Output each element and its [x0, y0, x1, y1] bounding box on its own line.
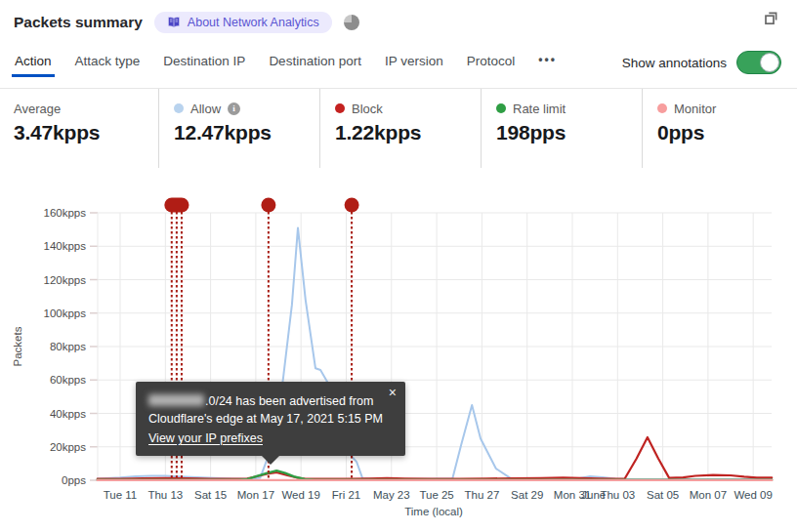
svg-text:Thu 13: Thu 13	[147, 489, 183, 501]
stat-allow: Allow i 12.47kpps	[158, 89, 319, 168]
svg-text:Mon 07: Mon 07	[690, 489, 727, 501]
stat-label: Monitor	[674, 102, 716, 116]
stat-label: Rate limit	[513, 102, 566, 116]
svg-text:0pps: 0pps	[62, 474, 86, 486]
svg-text:Wed 09: Wed 09	[734, 489, 772, 501]
tooltip-caret	[261, 455, 280, 465]
stat-value: 1.22kpps	[335, 121, 481, 144]
view-ip-prefixes-link[interactable]: View your IP prefixes	[148, 430, 263, 447]
monitor-series-dot	[657, 103, 667, 113]
svg-text:Sat 15: Sat 15	[194, 489, 227, 501]
stat-value: 0pps	[657, 121, 716, 144]
page-title: Packets summary	[14, 14, 143, 31]
stats-row: Average 3.47kpps Allow i 12.47kpps Block…	[0, 88, 797, 168]
svg-text:Wed 19: Wed 19	[281, 489, 319, 501]
popout-button[interactable]	[763, 10, 779, 29]
network-analytics-panel: Packets summary About Network Analytics …	[0, 0, 797, 532]
stat-value: 12.47kpps	[174, 121, 319, 144]
book-icon	[167, 17, 181, 28]
stat-label: Block	[352, 102, 383, 116]
svg-text:Tue 11: Tue 11	[104, 489, 138, 501]
stat-average: Average 3.47kpps	[14, 89, 158, 168]
svg-text:Thu 27: Thu 27	[464, 489, 499, 501]
dimension-tabs: Action Attack type Destination IP Destin…	[14, 53, 558, 77]
tooltip-close-button[interactable]: ×	[389, 386, 397, 399]
svg-text:160kpps: 160kpps	[44, 207, 87, 219]
tooltip-text: .0/24 has been advertised from Cloudflar…	[148, 392, 393, 428]
pie-chart-icon	[344, 15, 359, 30]
show-annotations-label: Show annotations	[622, 56, 727, 70]
tab-destination-ip[interactable]: Destination IP	[162, 54, 246, 77]
svg-text:80kpps: 80kpps	[50, 341, 86, 352]
svg-text:Thu 03: Thu 03	[600, 489, 635, 501]
svg-text:Sat 29: Sat 29	[511, 489, 543, 501]
svg-text:Sat 05: Sat 05	[647, 489, 679, 501]
badge-label: About Network Analytics	[188, 16, 319, 29]
svg-text:May 23: May 23	[373, 489, 410, 501]
svg-text:Tue 25: Tue 25	[419, 489, 453, 501]
stat-rate-limit: Rate limit 198pps	[481, 89, 642, 168]
redacted-ip-prefix	[148, 394, 204, 406]
svg-text:140kpps: 140kpps	[44, 240, 87, 252]
header: Packets summary About Network Analytics	[14, 12, 359, 33]
packets-time-series-chart[interactable]: 0pps20kpps40kpps60kpps80kpps100kpps120kp…	[0, 185, 797, 532]
annotations-toggle[interactable]	[736, 51, 781, 74]
stat-value: 3.47kpps	[14, 121, 158, 144]
stat-block: Block 1.22kpps	[319, 89, 481, 168]
svg-text:Packets: Packets	[12, 326, 23, 366]
svg-text:100kpps: 100kpps	[44, 307, 87, 319]
stat-value: 198pps	[496, 121, 642, 144]
stat-label: Allow	[190, 102, 221, 116]
info-icon[interactable]: i	[228, 102, 240, 115]
tab-ip-version[interactable]: IP version	[384, 54, 444, 77]
toggle-knob	[760, 53, 779, 72]
about-network-analytics-badge[interactable]: About Network Analytics	[154, 12, 332, 33]
more-tabs-button[interactable]: •••	[537, 53, 558, 77]
svg-text:Time (local): Time (local)	[404, 506, 463, 517]
tab-destination-port[interactable]: Destination port	[268, 54, 362, 77]
tab-attack-type[interactable]: Attack type	[74, 54, 142, 77]
allow-series-dot	[174, 103, 184, 113]
svg-text:120kpps: 120kpps	[44, 274, 87, 286]
svg-text:Fri 21: Fri 21	[332, 489, 360, 501]
tab-protocol[interactable]: Protocol	[466, 54, 517, 77]
svg-text:Mon 17: Mon 17	[237, 489, 274, 501]
svg-text:40kpps: 40kpps	[50, 408, 86, 420]
rate-limit-series-dot	[496, 103, 506, 113]
overlapping-windows-icon	[763, 10, 779, 26]
svg-text:60kpps: 60kpps	[50, 374, 86, 386]
annotation-tooltip: × .0/24 has been advertised from Cloudfl…	[136, 382, 405, 456]
block-series-dot	[335, 103, 345, 113]
stat-label: Average	[14, 102, 61, 116]
stat-monitor: Monitor 0pps	[642, 89, 716, 168]
show-annotations-control: Show annotations	[622, 51, 781, 74]
tab-action[interactable]: Action	[14, 54, 53, 77]
svg-text:20kpps: 20kpps	[50, 441, 86, 453]
